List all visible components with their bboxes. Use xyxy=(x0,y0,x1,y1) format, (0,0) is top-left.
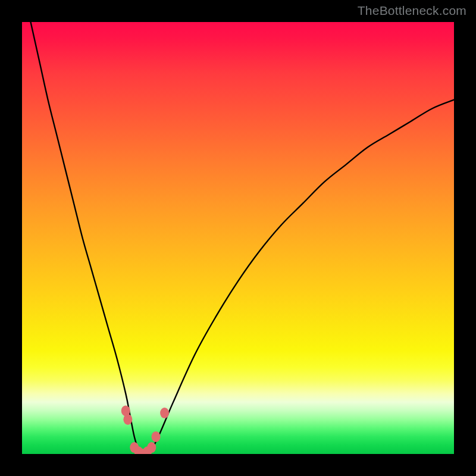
marker-point xyxy=(123,414,132,425)
marker-point xyxy=(160,408,169,418)
watermark-text: TheBottleneck.com xyxy=(358,4,466,18)
plot-area xyxy=(22,22,454,454)
marker-point xyxy=(147,442,156,453)
marker-point xyxy=(152,431,161,442)
bottleneck-curve xyxy=(31,22,454,454)
chart-frame: TheBottleneck.com xyxy=(0,0,476,476)
chart-svg xyxy=(22,22,454,454)
